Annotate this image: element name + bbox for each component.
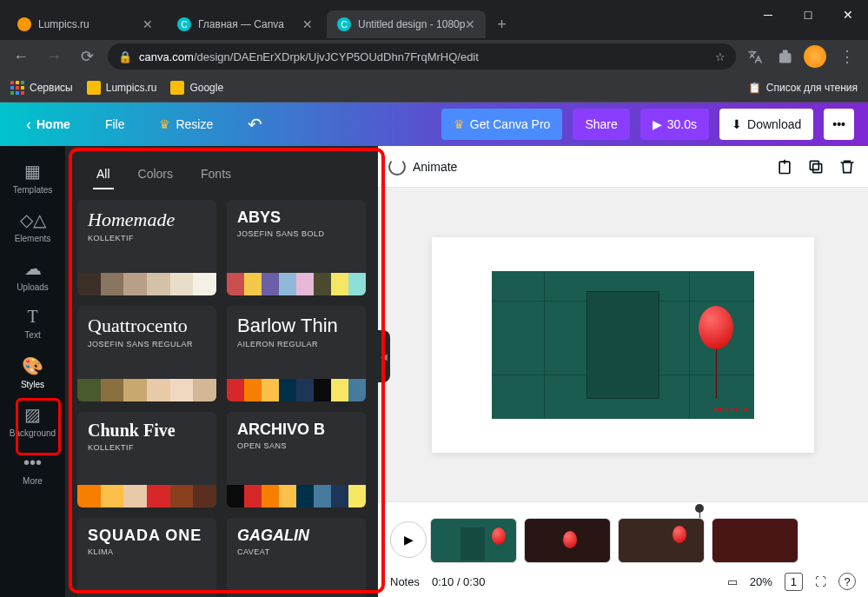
lock-icon: 🔒 xyxy=(118,50,132,63)
duplicate-icon[interactable] xyxy=(805,156,826,177)
uploads-icon: ☁ xyxy=(24,258,42,279)
style-subtitle: Kollektif xyxy=(88,234,206,242)
browser-tab-design[interactable]: C Untitled design - 1080p ✕ xyxy=(327,10,486,38)
get-pro-label: Get Canva Pro xyxy=(470,117,551,131)
timeline-track[interactable] xyxy=(430,518,851,563)
timeline-thumb[interactable] xyxy=(618,518,705,563)
star-icon[interactable]: ☆ xyxy=(715,50,726,63)
style-subtitle: Caveat xyxy=(237,547,355,556)
close-tab-icon[interactable]: ✕ xyxy=(302,17,313,31)
delete-icon[interactable] xyxy=(837,156,858,177)
playhead-icon[interactable] xyxy=(695,504,704,513)
style-card[interactable]: ABYSJosefin Sans Bold xyxy=(227,200,366,295)
rail-uploads[interactable]: ☁Uploads xyxy=(0,250,65,299)
reading-list-label: Список для чтения xyxy=(766,82,858,94)
duration-label: 30.0s xyxy=(667,117,697,131)
share-button[interactable]: Share xyxy=(573,109,629,140)
timeline-thumb[interactable] xyxy=(712,518,798,563)
style-card[interactable]: Barlow ThinAILERON REGULAR xyxy=(227,306,366,401)
close-tab-icon[interactable]: ✕ xyxy=(465,17,475,31)
style-card[interactable]: HomemadeKollektif xyxy=(77,200,216,295)
tab-all[interactable]: All xyxy=(93,160,114,189)
download-button[interactable]: ⬇Download xyxy=(719,109,813,140)
style-subtitle: JOSEFIN SANS REGULAR xyxy=(88,340,206,348)
fullscreen-icon[interactable]: ⛶ xyxy=(815,575,826,588)
style-card[interactable]: ARCHIVO BOPEN SANS xyxy=(227,412,366,507)
close-tab-icon[interactable]: ✕ xyxy=(142,17,153,31)
style-card[interactable]: QuattrocentoJOSEFIN SANS REGULAR xyxy=(77,306,216,401)
help-icon[interactable]: ? xyxy=(838,573,856,590)
timeline-thumb[interactable] xyxy=(524,518,611,563)
style-title: Barlow Thin xyxy=(237,315,355,337)
rail-more[interactable]: •••More xyxy=(0,445,65,494)
home-label: Home xyxy=(36,117,70,131)
menu-icon[interactable]: ⋮ xyxy=(835,44,859,69)
bookmark-google[interactable]: Google xyxy=(170,81,223,95)
rail-templates[interactable]: ▦Templates xyxy=(0,153,65,202)
more-button[interactable]: ••• xyxy=(824,109,854,140)
get-pro-button[interactable]: ♛Get Canva Pro xyxy=(441,109,563,140)
grid-view-icon[interactable]: ▭ xyxy=(727,575,738,588)
time-display: 0:10 / 0:30 xyxy=(432,575,485,588)
new-tab-button[interactable]: + xyxy=(489,12,514,36)
undo-button[interactable]: ↶ xyxy=(235,109,275,140)
file-label: File xyxy=(105,117,125,131)
background-icon: ▨ xyxy=(24,404,41,425)
elements-icon: ◇△ xyxy=(20,209,46,230)
play-button[interactable]: ▶ xyxy=(390,521,427,558)
collapse-panel-button[interactable]: ◀ xyxy=(378,330,390,382)
tab-title: Главная — Canva xyxy=(198,18,284,30)
zoom-level[interactable]: 20% xyxy=(750,575,772,588)
minimize-button[interactable]: ─ xyxy=(748,0,788,30)
close-window-button[interactable]: ✕ xyxy=(828,0,868,30)
browser-tab-canva-home[interactable]: C Главная — Canva ✕ xyxy=(167,10,323,38)
rail-text[interactable]: TText xyxy=(0,299,65,348)
bookmarks-bar: Сервисы Lumpics.ru Google 📋Список для чт… xyxy=(0,73,868,103)
svg-rect-2 xyxy=(810,161,818,169)
address-bar[interactable]: 🔒 canva.com/design/DAEnErXDrpk/UjvJCYP5O… xyxy=(108,43,736,70)
style-title: Homemade xyxy=(88,209,206,231)
style-card[interactable]: SQUADA ONEKlima xyxy=(77,518,216,597)
url-host: canva.com xyxy=(139,50,194,63)
timeline-thumb[interactable] xyxy=(430,518,517,563)
tab-colors[interactable]: Colors xyxy=(135,160,176,189)
style-subtitle: Klima xyxy=(88,547,206,556)
play-preview-button[interactable]: ▶30.0s xyxy=(640,109,709,140)
canvas-body[interactable]: NETFLIX xyxy=(378,188,868,501)
style-title: ABYS xyxy=(237,209,355,227)
timeline: ▶ Notes 0:10 / 0:30 ▭ 20% 1 ⛶ ? xyxy=(378,501,868,597)
style-card[interactable]: GAGALINCaveat xyxy=(227,518,366,597)
profile-avatar[interactable] xyxy=(804,45,826,68)
extensions-icon[interactable] xyxy=(774,46,795,67)
color-palette xyxy=(227,273,366,295)
favicon-icon: C xyxy=(177,17,191,31)
resize-button[interactable]: ♛Resize xyxy=(147,109,225,140)
animate-button[interactable]: Animate xyxy=(388,158,457,176)
reading-list-button[interactable]: 📋Список для чтения xyxy=(748,82,858,94)
maximize-button[interactable]: □ xyxy=(788,0,828,30)
color-palette xyxy=(227,485,366,507)
reload-button[interactable]: ⟳ xyxy=(75,44,99,69)
style-title: GAGALIN xyxy=(237,527,355,545)
folder-icon xyxy=(87,81,101,95)
bookmark-lumpics[interactable]: Lumpics.ru xyxy=(87,81,157,95)
page-indicator[interactable]: 1 xyxy=(785,573,803,591)
notes-button[interactable]: Notes xyxy=(390,575,420,588)
rail-label: Styles xyxy=(21,380,44,389)
add-page-icon[interactable] xyxy=(774,156,795,177)
translate-icon[interactable] xyxy=(745,46,765,67)
style-card[interactable]: Chunk FiveKollektif xyxy=(77,412,216,507)
timeline-footer: Notes 0:10 / 0:30 ▭ 20% 1 ⛶ ? xyxy=(378,566,868,597)
browser-tab-lumpics[interactable]: Lumpics.ru ✕ xyxy=(7,10,163,38)
home-button[interactable]: ‹Home xyxy=(14,109,83,140)
tab-fonts[interactable]: Fonts xyxy=(197,160,235,189)
rail-styles[interactable]: 🎨Styles xyxy=(0,348,65,396)
rail-background[interactable]: ▨Background xyxy=(0,396,65,445)
file-button[interactable]: File xyxy=(93,109,137,140)
forward-button[interactable]: → xyxy=(42,44,66,69)
bookmark-apps[interactable]: Сервисы xyxy=(10,81,73,95)
design-frame[interactable]: NETFLIX xyxy=(432,237,814,453)
address-row: ← → ⟳ 🔒 canva.com/design/DAEnErXDrpk/Ujv… xyxy=(0,40,868,73)
rail-elements[interactable]: ◇△Elements xyxy=(0,202,65,250)
back-button[interactable]: ← xyxy=(9,44,33,69)
